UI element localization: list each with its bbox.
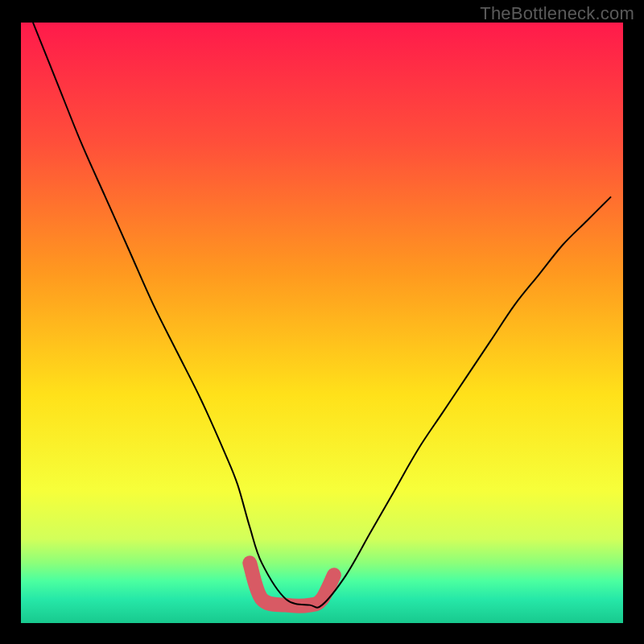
watermark-text: TheBottleneck.com: [480, 3, 634, 24]
chart-frame: TheBottleneck.com: [0, 0, 644, 644]
gradient-background: [21, 23, 623, 623]
chart-svg: [0, 0, 644, 644]
